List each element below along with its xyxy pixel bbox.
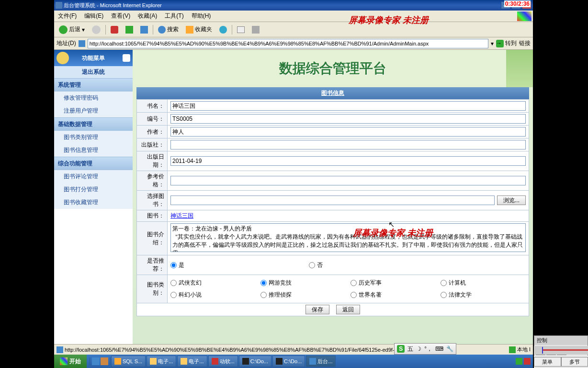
input-book-code[interactable]	[170, 114, 526, 124]
dropdown-icon[interactable]: ▾	[491, 40, 494, 47]
input-author[interactable]	[170, 127, 526, 137]
taskbar-item-folder1[interactable]: 电子...	[147, 356, 176, 367]
ime-settings-icon[interactable]: 🔧	[446, 345, 453, 352]
radio-cat-scifi[interactable]: 科幻小说	[170, 291, 256, 299]
tray-icon[interactable]	[524, 358, 531, 365]
sidebar-item-comments[interactable]: 图书评论管理	[54, 170, 133, 183]
input-price[interactable]	[170, 176, 526, 185]
input-file-path[interactable]	[170, 196, 495, 205]
back-button[interactable]: 返回	[336, 305, 360, 314]
ime-keyboard-icon[interactable]: ⌨	[435, 345, 443, 352]
timeline-slider[interactable]	[534, 346, 588, 355]
ime-s-icon[interactable]: S	[397, 345, 405, 353]
page-status-icon	[57, 346, 63, 353]
address-input[interactable]	[88, 39, 488, 48]
history-icon	[219, 26, 227, 34]
app-icon	[212, 358, 218, 365]
history-button[interactable]	[217, 25, 229, 34]
quicklaunch-icon[interactable]	[92, 357, 100, 365]
links-label[interactable]: 链接	[519, 39, 531, 47]
recording-timer: 0:30/2:36	[504, 0, 531, 7]
page-title: 数据综合管理平台	[279, 59, 386, 78]
label-intro: 图书介绍：	[137, 222, 168, 255]
home-icon	[140, 26, 148, 34]
back-button[interactable]: 后退 ▾	[57, 24, 87, 35]
radio-cat-law[interactable]: 法律文学	[441, 291, 526, 299]
sidebar-logo-icon	[57, 52, 69, 64]
radio-cat-wuxia[interactable]: 武侠玄幻	[170, 279, 256, 287]
system-tray[interactable]	[513, 358, 533, 365]
mail-icon	[237, 26, 245, 33]
stop-button[interactable]	[108, 25, 121, 34]
input-publisher[interactable]	[170, 140, 526, 150]
sidebar-item-password[interactable]: 修改管理密码	[54, 92, 133, 104]
go-button[interactable]: → 转到	[496, 39, 517, 47]
favorites-button[interactable]: 收藏夹	[183, 24, 215, 34]
radio-cat-history[interactable]: 历史军事	[351, 279, 436, 287]
taskbar-item-dongsoft[interactable]: 动软...	[208, 356, 238, 367]
start-button[interactable]: 开始	[54, 355, 87, 368]
go-arrow-icon: →	[496, 40, 504, 47]
menu-view[interactable]: 查看(V)	[107, 11, 134, 22]
radio-recommend-no[interactable]: 否	[309, 261, 323, 269]
radio-cat-game[interactable]: 网游竞技	[260, 279, 346, 287]
multi-button[interactable]: 多节	[561, 357, 588, 367]
windows-logo-icon	[517, 12, 531, 21]
menu-tools[interactable]: 工具(T)	[161, 11, 187, 22]
back-icon	[59, 25, 68, 34]
label-date: 出版日期：	[137, 151, 168, 171]
mail-button[interactable]	[235, 25, 247, 34]
menu-edit[interactable]: 编辑(E)	[80, 11, 107, 22]
app-icon	[56, 2, 62, 9]
radio-cat-detective[interactable]: 推理侦探	[260, 291, 346, 299]
print-button[interactable]	[249, 25, 262, 34]
sidebar-section-functions[interactable]: 综合功能管理	[54, 157, 133, 170]
refresh-icon	[125, 26, 133, 34]
ime-moon-icon[interactable]: ☽	[416, 345, 421, 352]
header-decoration-icon	[506, 50, 533, 87]
home-button[interactable]	[138, 25, 150, 34]
sidebar-item-ratings[interactable]: 图书打分管理	[54, 183, 133, 196]
menu-favorites[interactable]: 收藏(A)	[134, 11, 161, 22]
cursor-icon: ↖	[388, 220, 395, 229]
textarea-intro[interactable]	[170, 223, 526, 252]
radio-recommend-yes[interactable]: 是	[170, 261, 184, 269]
quicklaunch-icon[interactable]	[101, 357, 108, 365]
forward-icon	[92, 25, 101, 34]
taskbar-item-cmd1[interactable]: C:\Do...	[239, 356, 271, 367]
sidebar-section-system[interactable]: 系统管理	[54, 78, 133, 92]
sidebar-item-users[interactable]: 注册用户管理	[54, 104, 133, 117]
sidebar-item-book-category[interactable]: 图书类别管理	[54, 131, 133, 144]
save-button[interactable]: 保存	[305, 305, 329, 314]
input-publish-date[interactable]	[170, 156, 526, 166]
address-bar: 地址(D) ▾ → 转到 链接	[54, 37, 533, 50]
sidebar-item-favorites[interactable]: 图书收藏管理	[54, 196, 133, 209]
search-button[interactable]: 搜索	[156, 24, 181, 34]
status-zone: 本地 I	[517, 346, 531, 353]
sidebar-toggle-icon[interactable]: ▾	[123, 54, 130, 62]
radio-cat-classic[interactable]: 世界名著	[351, 291, 436, 299]
taskbar-item-active[interactable]: 后台...	[306, 356, 336, 367]
menu-help[interactable]: 帮助(H)	[188, 11, 215, 22]
refresh-button[interactable]	[123, 25, 136, 34]
taskbar-item-cmd2[interactable]: C:\Do...	[272, 356, 305, 367]
sidebar-logout[interactable]: 退出系统	[54, 66, 133, 78]
tray-icon[interactable]	[516, 358, 522, 365]
label-author: 作者：	[137, 126, 168, 138]
ime-punct-icon[interactable]: °，	[424, 345, 432, 353]
ime-label[interactable]: 五	[407, 345, 413, 353]
address-label: 地址(D)	[57, 39, 76, 47]
status-bar: http://localhost:1065/%E7%94%B5%E5%AD%90…	[54, 344, 533, 355]
book-link[interactable]: 神话三国	[170, 212, 193, 219]
taskbar-item-folder2[interactable]: 电子...	[177, 356, 207, 367]
radio-cat-computer[interactable]: 计算机	[441, 279, 526, 287]
browse-button[interactable]: 浏览...	[497, 196, 526, 205]
menu-button[interactable]: 菜单	[534, 357, 561, 367]
ime-toolbar[interactable]: S 五 ☽ °， ⌨ 🔧	[394, 343, 456, 355]
sidebar-section-data[interactable]: 基础数据管理	[54, 117, 133, 131]
taskbar-item-sql[interactable]: SQL S...	[111, 356, 146, 367]
forward-button[interactable]	[90, 24, 103, 35]
sidebar-item-book-info[interactable]: 图书信息管理	[54, 144, 133, 157]
menu-file[interactable]: 文件(F)	[54, 11, 80, 22]
input-book-name[interactable]	[170, 101, 526, 111]
